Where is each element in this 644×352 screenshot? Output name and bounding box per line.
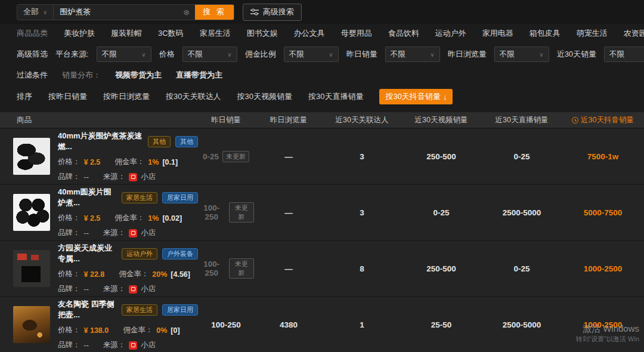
table-row: 友名陶瓷 四季侧把壶... 家居生活 居家日用 价格： ¥ 138.0 佣金率：…: [0, 297, 644, 352]
column-30d-video-sales: 近30天视频销量: [401, 115, 482, 125]
column-product: 商品: [0, 115, 198, 125]
category-item[interactable]: 萌宠生活: [577, 28, 608, 39]
brand-value: --: [84, 285, 89, 294]
category-item[interactable]: 母婴用品: [341, 28, 372, 39]
product-title[interactable]: 40mm圆炭片围炉煮...: [58, 187, 117, 208]
yesterday-views-select[interactable]: 不限 ∨: [494, 47, 549, 62]
commission-rate: 0%: [156, 326, 167, 335]
product-info: 方园炭天成炭业专属... 运动户外 户外装备 价格： ¥ 22.8 佣金率： 2…: [58, 243, 198, 294]
column-30d-douyin-sales[interactable]: 近30天抖音销量: [562, 115, 644, 125]
source-label: 来源：: [103, 340, 126, 350]
product-thumbnail[interactable]: [13, 250, 50, 287]
column-yesterday-views: 昨日浏览量: [254, 115, 323, 125]
product-title[interactable]: 方园炭天成炭业专属...: [58, 243, 117, 264]
sales-30d-select[interactable]: 不限 ∨: [604, 47, 644, 62]
commission-rate: 1%: [148, 158, 159, 166]
condition-video-led[interactable]: 视频带货为主: [115, 70, 162, 81]
commission-select[interactable]: 不限 ∨: [284, 47, 339, 62]
product-info: 40mm圆炭片围炉煮... 家居生活 居家日用 价格： ¥ 2.5 佣金率： 1…: [58, 187, 198, 238]
shop-name[interactable]: 小店: [141, 228, 156, 238]
category-row-label: 商品品类: [17, 28, 48, 39]
filter-field-label: 昨日销量: [346, 49, 377, 60]
commission-label: 佣金率：: [114, 213, 144, 223]
commission-label: 佣金率：: [114, 157, 144, 167]
category-item[interactable]: 箱包皮具: [530, 28, 561, 39]
advanced-filter-label: 高级筛选: [17, 49, 48, 60]
product-thumbnail[interactable]: [13, 138, 50, 175]
category-item[interactable]: 食品饮料: [388, 28, 419, 39]
select-value: 不限: [188, 50, 203, 60]
category-item[interactable]: 运动户外: [435, 28, 466, 39]
search-category-value: 全部: [23, 7, 39, 17]
product-thumbnail[interactable]: [13, 306, 50, 343]
search-control: 全部 ∨ ⊗ 搜 索: [17, 4, 234, 20]
douyin-shop-icon: [129, 285, 137, 294]
category-item[interactable]: 农资园艺: [624, 28, 644, 39]
category-badge: 家居生活: [122, 192, 157, 203]
column-yesterday-sales: 昨日销量: [198, 115, 254, 125]
brand-value: --: [84, 173, 89, 181]
select-value: 不限: [289, 50, 304, 60]
price-label: 价格：: [58, 157, 80, 167]
douyin-sales-30d-cell: 7500-1w: [562, 152, 644, 161]
category-badge: 家居生活: [122, 304, 157, 316]
shop-name[interactable]: 小店: [141, 172, 156, 182]
category-item[interactable]: 3C数码: [158, 28, 184, 39]
filter-condition-row: 过滤条件 销量分布： 视频带货为主 直播带货为主: [0, 66, 644, 85]
filter-field-label: 昨日浏览量: [448, 49, 487, 60]
source-label: 来源：: [103, 172, 126, 182]
top-search-bar: 全部 ∨ ⊗ 搜 索 高级搜索: [0, 0, 644, 24]
product-cell: 40mm片炭围炉煮茶炭速燃... 其他 其他 价格： ¥ 2.5 佣金率： 1%…: [0, 131, 198, 182]
category-item[interactable]: 办公文具: [294, 28, 325, 39]
condition-live-led[interactable]: 直播带货为主: [176, 70, 222, 81]
select-value: 不限: [609, 50, 624, 60]
commission-rate: 20%: [152, 270, 167, 279]
filter-field-label: 近30天销量: [557, 49, 596, 60]
brand-value: --: [84, 341, 89, 350]
sort-by-30d-douyin-sales-active[interactable]: 按30天抖音销量 ↓: [379, 89, 453, 104]
shop-name[interactable]: 小店: [141, 340, 156, 350]
platform-source-select[interactable]: 不限 ∨: [97, 47, 151, 62]
filter-field-label: 价格: [159, 49, 175, 60]
commission-rate: 1%: [148, 214, 159, 223]
commission-amount: [0]: [171, 326, 179, 335]
chevron-down-icon: ∨: [430, 51, 434, 58]
chevron-down-icon: ∨: [329, 51, 333, 58]
product-thumbnail[interactable]: [13, 194, 50, 231]
subcategory-badge: 居家日用: [162, 304, 198, 316]
price-label: 价格：: [58, 269, 80, 279]
sort-by-30d-video-sales[interactable]: 按30天视频销量: [237, 91, 292, 102]
category-item[interactable]: 服装鞋帽: [111, 28, 142, 39]
category-item[interactable]: 家用电器: [482, 28, 513, 39]
filter-field-label: 平台来源:: [55, 49, 89, 60]
table-row: 40mm片炭围炉煮茶炭速燃... 其他 其他 价格： ¥ 2.5 佣金率： 1%…: [0, 129, 644, 184]
sort-by-30d-live-sales[interactable]: 按30天直播销量: [308, 91, 363, 102]
clear-search-icon[interactable]: ⊗: [178, 5, 195, 20]
sort-by-yesterday-views[interactable]: 按昨日浏览量: [103, 91, 150, 102]
search-button[interactable]: 搜 索: [195, 5, 234, 20]
price-label: 价格：: [58, 325, 80, 335]
product-title[interactable]: 40mm片炭围炉煮茶炭速燃...: [58, 131, 143, 152]
chevron-down-icon: ∨: [539, 51, 543, 58]
search-input[interactable]: [54, 5, 178, 20]
yesterday-sales-select[interactable]: 不限 ∨: [385, 47, 440, 62]
search-category-dropdown[interactable]: 全部 ∨: [17, 5, 54, 20]
category-badge: 运动户外: [122, 248, 157, 260]
advanced-search-button[interactable]: 高级搜索: [243, 4, 302, 21]
category-item[interactable]: 图书文娱: [247, 28, 278, 39]
source-label: 来源：: [103, 284, 126, 294]
chevron-down-icon: ∨: [141, 51, 145, 58]
price-select[interactable]: 不限 ∨: [182, 47, 237, 62]
product-cell: 友名陶瓷 四季侧把壶... 家居生活 居家日用 价格： ¥ 138.0 佣金率：…: [0, 299, 198, 350]
category-item[interactable]: 美妆护肤: [64, 28, 95, 39]
douyin-sales-30d-cell: 1000-2500: [562, 320, 644, 329]
sort-by-yesterday-sales[interactable]: 按昨日销量: [48, 91, 87, 102]
sort-by-30d-talents[interactable]: 按30天关联达人: [166, 91, 221, 102]
talents-30d-cell: 3: [323, 208, 401, 217]
shop-name[interactable]: 小店: [141, 284, 156, 294]
category-item[interactable]: 家居生活: [200, 28, 231, 39]
product-title[interactable]: 友名陶瓷 四季侧把壶...: [58, 299, 117, 320]
subcategory-badge: 其他: [175, 136, 198, 147]
douyin-shop-icon: [129, 229, 137, 237]
yesterday-sales-value: 0-25: [203, 152, 219, 161]
